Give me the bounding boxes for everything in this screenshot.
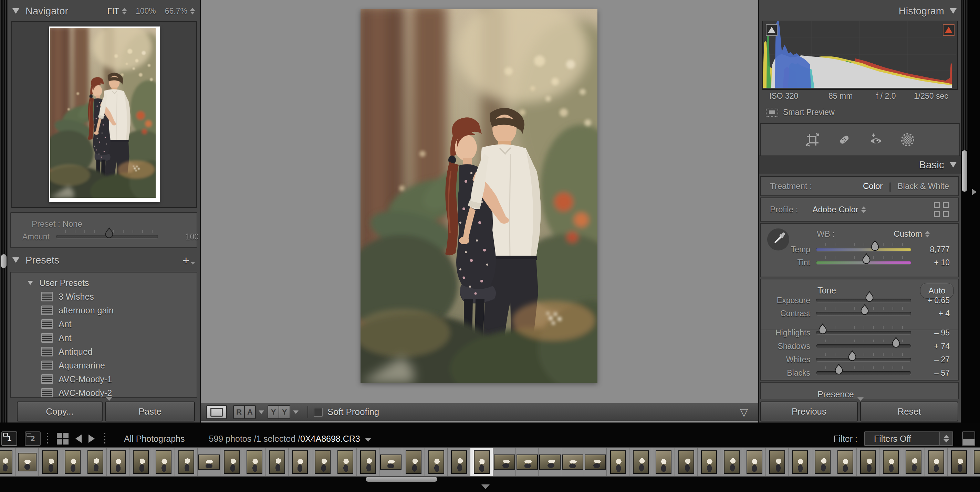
photo-thumbnail[interactable] bbox=[860, 451, 876, 474]
amount-slider-thumb[interactable] bbox=[105, 227, 114, 238]
highlights-slider-track[interactable] bbox=[816, 331, 911, 335]
collapse-triangle-icon[interactable] bbox=[13, 257, 19, 263]
caret-down-icon[interactable] bbox=[259, 411, 264, 414]
histogram-plot[interactable] bbox=[763, 21, 956, 88]
right-panel-edge[interactable] bbox=[968, 0, 980, 422]
preset-group-user-presets[interactable]: User Presets bbox=[11, 276, 197, 290]
photo-thumbnail[interactable] bbox=[337, 451, 353, 474]
add-preset-button[interactable]: + bbox=[183, 256, 195, 265]
filmstrip-cell[interactable] bbox=[288, 448, 311, 476]
reference-view-button[interactable]: RA bbox=[233, 405, 256, 419]
preset-item[interactable]: afternoon gain bbox=[11, 303, 197, 317]
photo-thumbnail[interactable] bbox=[224, 451, 240, 474]
fit-spinner-icon[interactable] bbox=[122, 8, 127, 14]
filmstrip-cell[interactable] bbox=[448, 448, 470, 476]
left-panel-scrollbar[interactable] bbox=[1, 254, 6, 268]
smart-preview-row[interactable]: Smart Preview bbox=[766, 105, 835, 119]
photo-thumbnail[interactable] bbox=[110, 451, 126, 474]
filmstrip-cell[interactable] bbox=[948, 448, 970, 476]
panel-end-marker-icon[interactable] bbox=[858, 397, 864, 401]
blacks-slider-track[interactable] bbox=[816, 371, 911, 375]
highlight-clipping-indicator[interactable] bbox=[943, 24, 955, 36]
grid-view-button[interactable] bbox=[57, 433, 69, 444]
collapse-triangle-icon[interactable] bbox=[27, 281, 33, 285]
photo-thumbnail[interactable] bbox=[156, 451, 172, 474]
before-after-view-button[interactable]: YY bbox=[267, 405, 290, 419]
filmstrip-cell-selected[interactable] bbox=[470, 448, 493, 476]
filmstrip-cell[interactable] bbox=[811, 448, 834, 476]
filmstrip-cell[interactable] bbox=[243, 448, 266, 476]
filmstrip-cell[interactable] bbox=[925, 448, 948, 476]
filmstrip-cell[interactable] bbox=[516, 448, 539, 476]
filmstrip-cell[interactable] bbox=[0, 448, 16, 476]
zoom-fit-button[interactable]: FIT bbox=[107, 6, 127, 16]
photo-thumbnail[interactable] bbox=[974, 451, 980, 474]
filmstrip-cell[interactable] bbox=[675, 448, 698, 476]
filmstrip-cell[interactable] bbox=[84, 448, 107, 476]
filmstrip-cell[interactable] bbox=[175, 448, 198, 476]
photo-thumbnail[interactable] bbox=[247, 451, 262, 474]
toolbar-options-caret[interactable]: ▽ bbox=[740, 406, 748, 418]
exposure-slider-track[interactable] bbox=[816, 298, 911, 302]
filmstrip-cell[interactable] bbox=[880, 448, 902, 476]
whites-slider-thumb[interactable] bbox=[848, 350, 857, 361]
photo-thumbnail[interactable] bbox=[815, 451, 830, 474]
photo-thumbnail[interactable] bbox=[539, 454, 561, 470]
preset-item[interactable]: Ant bbox=[11, 331, 197, 345]
filmstrip-cell[interactable] bbox=[493, 448, 516, 476]
filmstrip-cell[interactable] bbox=[425, 448, 448, 476]
contrast-slider-thumb[interactable] bbox=[860, 304, 869, 315]
photo-thumbnail[interactable] bbox=[517, 454, 538, 470]
presets-header[interactable]: Presets + bbox=[13, 252, 195, 268]
histogram-header[interactable]: Histogram bbox=[764, 3, 956, 19]
main-window-button[interactable]: 1 bbox=[2, 432, 17, 446]
filmstrip-collapse-arrow-icon[interactable] bbox=[481, 484, 490, 489]
filmstrip-cell[interactable] bbox=[357, 448, 379, 476]
filmstrip-cell[interactable] bbox=[402, 448, 425, 476]
navigator-header[interactable]: Navigator FIT 100% 66.7% bbox=[13, 3, 195, 19]
photo-thumbnail[interactable] bbox=[494, 454, 515, 470]
histogram-box[interactable] bbox=[762, 21, 958, 90]
tint-slider-thumb[interactable] bbox=[862, 253, 871, 264]
zoom-100-button[interactable]: 100% bbox=[136, 6, 156, 16]
left-panel-edge-grip[interactable] bbox=[0, 0, 8, 422]
photo-thumbnail[interactable] bbox=[585, 454, 606, 470]
filter-toggle-switch[interactable] bbox=[962, 432, 975, 446]
filmstrip-cell[interactable] bbox=[198, 448, 220, 476]
masking-tool-icon[interactable] bbox=[900, 132, 916, 148]
photo-thumbnail[interactable] bbox=[633, 451, 649, 474]
filmstrip-cell[interactable] bbox=[902, 448, 925, 476]
photo-thumbnail[interactable] bbox=[837, 451, 853, 474]
treatment-color-option[interactable]: Color bbox=[863, 181, 883, 191]
red-eye-tool-icon[interactable] bbox=[868, 132, 884, 148]
previous-button[interactable]: Previous bbox=[760, 402, 858, 421]
photo-thumbnail[interactable] bbox=[428, 451, 444, 474]
treatment-bw-option[interactable]: Black & White bbox=[898, 181, 949, 191]
filmstrip-cell[interactable] bbox=[584, 448, 607, 476]
photo-thumbnail[interactable] bbox=[88, 451, 103, 474]
filmstrip-cell[interactable] bbox=[379, 448, 402, 476]
navigator-preview-photo[interactable] bbox=[49, 27, 160, 202]
filmstrip-cell[interactable] bbox=[152, 448, 175, 476]
preset-item[interactable]: 3 Wishes bbox=[11, 290, 197, 303]
filmstrip-cell[interactable] bbox=[766, 448, 789, 476]
photo-thumbnail[interactable] bbox=[905, 451, 921, 474]
preset-item[interactable]: AVC-Moody-2 bbox=[11, 386, 197, 398]
photo-thumbnail[interactable] bbox=[746, 451, 762, 474]
photo-thumbnail[interactable] bbox=[292, 451, 308, 474]
highlights-slider-thumb[interactable] bbox=[818, 324, 827, 335]
wb-select[interactable]: Custom bbox=[894, 229, 930, 239]
caret-down-icon[interactable] bbox=[293, 411, 299, 414]
photo-thumbnail[interactable] bbox=[951, 451, 967, 474]
filmstrip-cell[interactable] bbox=[834, 448, 857, 476]
right-panel-scrollbar[interactable] bbox=[962, 150, 967, 192]
filmstrip-status[interactable]: 599 photos /1 selected /0X4A8698.CR3 bbox=[209, 434, 371, 444]
filmstrip-horizontal-scrollbar[interactable] bbox=[366, 477, 438, 482]
photo-thumbnail[interactable] bbox=[769, 451, 785, 474]
photo-thumbnail[interactable] bbox=[655, 451, 671, 474]
preset-item[interactable]: AVC-Moody-1 bbox=[11, 372, 197, 386]
profile-spinner-icon[interactable] bbox=[861, 206, 866, 213]
collapse-triangle-icon[interactable] bbox=[950, 162, 956, 168]
profile-select[interactable]: Adobe Color bbox=[812, 205, 858, 214]
photo-thumbnail[interactable] bbox=[198, 454, 220, 470]
